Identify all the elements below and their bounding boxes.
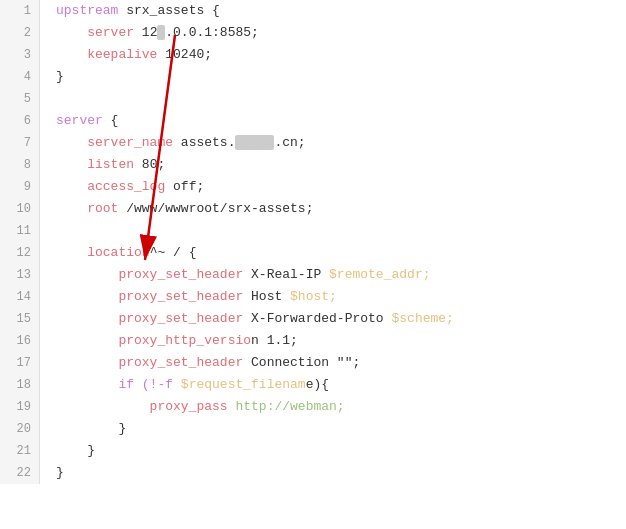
- line-content: access_log off;: [40, 176, 626, 198]
- line-content: }: [40, 418, 626, 440]
- line-content: upstream srx_assets {: [40, 0, 626, 22]
- line-number: 6: [0, 110, 40, 132]
- line-content: keepalive 10240;: [40, 44, 626, 66]
- line-content: if (!-f $request_filename){: [40, 374, 626, 396]
- line-content: server_name assets.XXXXX.cn;: [40, 132, 626, 154]
- line-content: listen 80;: [40, 154, 626, 176]
- line-number: 2: [0, 22, 40, 44]
- line-content: proxy_set_header Connection "";: [40, 352, 626, 374]
- code-row: 13 proxy_set_header X-Real-IP $remote_ad…: [0, 264, 626, 286]
- code-row: 5: [0, 88, 626, 110]
- line-number: 13: [0, 264, 40, 286]
- code-row: 11: [0, 220, 626, 242]
- line-number: 22: [0, 462, 40, 484]
- line-number: 17: [0, 352, 40, 374]
- line-number: 3: [0, 44, 40, 66]
- line-content: }: [40, 462, 626, 484]
- line-content: }: [40, 66, 626, 88]
- code-row: 21 }: [0, 440, 626, 462]
- code-row: 1upstream srx_assets {: [0, 0, 626, 22]
- code-row: 20 }: [0, 418, 626, 440]
- code-row: 17 proxy_set_header Connection "";: [0, 352, 626, 374]
- line-number: 18: [0, 374, 40, 396]
- line-number: 14: [0, 286, 40, 308]
- line-content: proxy_set_header X-Forwarded-Proto $sche…: [40, 308, 626, 330]
- code-row: 2 server 12X.0.0.1:8585;: [0, 22, 626, 44]
- code-row: 14 proxy_set_header Host $host;: [0, 286, 626, 308]
- line-content: }: [40, 440, 626, 462]
- line-content: server 12X.0.0.1:8585;: [40, 22, 626, 44]
- code-row: 8 listen 80;: [0, 154, 626, 176]
- code-row: 19 proxy_pass http://webman;: [0, 396, 626, 418]
- code-row: 18 if (!-f $request_filename){: [0, 374, 626, 396]
- line-content: proxy_set_header Host $host;: [40, 286, 626, 308]
- code-row: 6server {: [0, 110, 626, 132]
- line-number: 21: [0, 440, 40, 462]
- code-row: 10 root /www/wwwroot/srx-assets;: [0, 198, 626, 220]
- code-row: 9 access_log off;: [0, 176, 626, 198]
- line-content: root /www/wwwroot/srx-assets;: [40, 198, 626, 220]
- line-number: 12: [0, 242, 40, 264]
- code-row: 4}: [0, 66, 626, 88]
- line-number: 16: [0, 330, 40, 352]
- line-content: proxy_set_header X-Real-IP $remote_addr;: [40, 264, 626, 286]
- line-number: 9: [0, 176, 40, 198]
- code-row: 16 proxy_http_version 1.1;: [0, 330, 626, 352]
- line-number: 8: [0, 154, 40, 176]
- code-lines: 1upstream srx_assets {2 server 12X.0.0.1…: [0, 0, 626, 484]
- line-number: 4: [0, 66, 40, 88]
- line-number: 15: [0, 308, 40, 330]
- code-row: 3 keepalive 10240;: [0, 44, 626, 66]
- line-number: 10: [0, 198, 40, 220]
- code-row: 7 server_name assets.XXXXX.cn;: [0, 132, 626, 154]
- line-number: 5: [0, 88, 40, 110]
- line-number: 11: [0, 220, 40, 242]
- code-row: 22}: [0, 462, 626, 484]
- line-number: 7: [0, 132, 40, 154]
- line-content: location^~ / {: [40, 242, 626, 264]
- line-content: proxy_pass http://webman;: [40, 396, 626, 418]
- line-content: proxy_http_version 1.1;: [40, 330, 626, 352]
- line-number: 20: [0, 418, 40, 440]
- code-row: 15 proxy_set_header X-Forwarded-Proto $s…: [0, 308, 626, 330]
- code-editor: 1upstream srx_assets {2 server 12X.0.0.1…: [0, 0, 626, 529]
- code-row: 12 location^~ / {: [0, 242, 626, 264]
- line-number: 19: [0, 396, 40, 418]
- line-content: server {: [40, 110, 626, 132]
- line-number: 1: [0, 0, 40, 22]
